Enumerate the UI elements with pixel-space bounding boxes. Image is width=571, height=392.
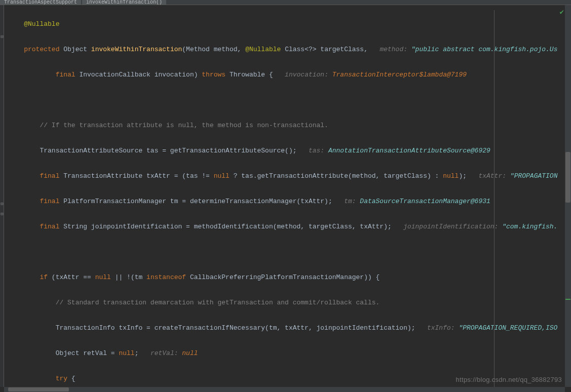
code-line: // Standard transaction demarcation with…	[8, 296, 571, 309]
horizontal-scrollbar[interactable]	[4, 387, 565, 392]
code-line: TransactionInfo txInfo = createTransacti…	[8, 322, 571, 334]
scroll-mark	[565, 299, 570, 300]
code-line: // If the transaction attribute is null,…	[8, 119, 571, 132]
margin-guide	[494, 10, 494, 387]
code-editor[interactable]: ⊟ ⊟ ⊟ @Nullable protected Object invokeW…	[0, 5, 571, 387]
code-line: protected Object invokeWithinTransaction…	[8, 43, 571, 56]
tab-method[interactable]: invokeWithinTransaction()	[82, 0, 166, 5]
tab-file[interactable]: TransactionAspectSupport	[0, 0, 81, 5]
scroll-thumb[interactable]	[565, 152, 570, 203]
code-line: if (txAttr == null || !(tm instanceof Ca…	[8, 271, 571, 284]
code-line: final PlatformTransactionManager tm = de…	[8, 195, 571, 208]
code-area[interactable]: @Nullable protected Object invokeWithinT…	[4, 5, 571, 387]
code-line: final InvocationCallback invocation) thr…	[8, 68, 571, 81]
code-line: TransactionAttributeSource tas = getTran…	[8, 144, 571, 157]
code-line	[8, 246, 571, 258]
editor-tabs: TransactionAspectSupport invokeWithinTra…	[0, 0, 571, 5]
vertical-scrollbar[interactable]	[565, 5, 571, 387]
code-line: final TransactionAttribute txAttr = (tas…	[8, 170, 571, 182]
code-line: @Nullable	[8, 18, 571, 30]
scroll-thumb[interactable]	[8, 387, 69, 391]
watermark: https://blog.csdn.net/qq_36882793	[456, 373, 562, 386]
code-line	[8, 94, 571, 106]
gutter: ⊟ ⊟ ⊟	[0, 5, 4, 387]
code-line: Object retVal = null; retVal: null	[8, 347, 571, 360]
inspection-ok-icon[interactable]: ✔	[560, 6, 564, 19]
code-line: final String joinpointIdentification = m…	[8, 220, 571, 233]
